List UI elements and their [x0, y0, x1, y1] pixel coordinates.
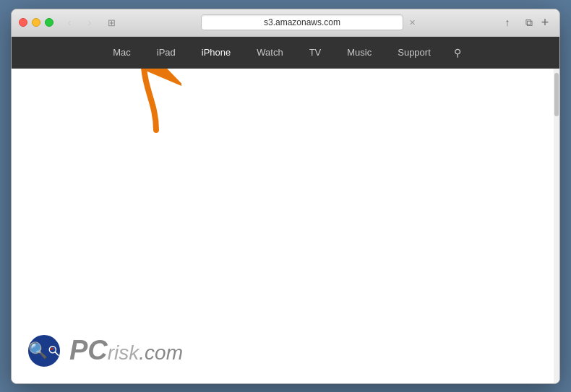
pcrisk-pc: PC: [69, 335, 108, 366]
new-tab-icon: +: [541, 15, 549, 30]
minimize-button[interactable]: [32, 18, 40, 27]
pcrisk-text-container: PC risk .com: [69, 335, 183, 366]
address-bar-container: s3.amazonaws.com ✕: [126, 14, 493, 30]
browser-window: ‹ › ⊞ s3.amazonaws.com ✕ ↑ ⧉: [11, 9, 560, 384]
address-clear-button[interactable]: ✕: [406, 17, 418, 28]
svg-point-5: [53, 348, 54, 349]
forward-button[interactable]: ›: [81, 15, 98, 30]
nav-item-tv[interactable]: TV: [296, 37, 335, 69]
url-text: s3.amazonaws.com: [264, 17, 340, 27]
nav-item-mac[interactable]: Mac: [100, 37, 144, 69]
reader-icon: ⊞: [108, 17, 116, 28]
nav-item-iphone[interactable]: iPhone: [189, 37, 244, 69]
nav-item-watch[interactable]: Watch: [244, 37, 296, 69]
clear-icon: ✕: [409, 18, 416, 27]
traffic-lights: [19, 18, 53, 27]
nav-search-button[interactable]: ⚲: [444, 37, 471, 69]
search-icon: ⚲: [454, 47, 461, 58]
pcrisk-dotcom: .com: [139, 341, 183, 365]
nav-item-music[interactable]: Music: [334, 37, 385, 69]
back-button[interactable]: ‹: [61, 15, 78, 30]
pcrisk-watermark: PC risk .com: [26, 333, 183, 369]
new-tab-button[interactable]: +: [538, 15, 552, 30]
annotation-arrow: [124, 69, 181, 136]
maximize-button[interactable]: [45, 18, 53, 27]
nav-item-support[interactable]: Support: [385, 37, 444, 69]
nav-item-ipad[interactable]: iPad: [144, 37, 189, 69]
close-button[interactable]: [19, 18, 27, 27]
scrollbar[interactable]: [554, 69, 559, 383]
address-bar[interactable]: s3.amazonaws.com: [201, 14, 403, 30]
share-button[interactable]: ↑: [499, 15, 516, 30]
title-bar: ‹ › ⊞ s3.amazonaws.com ✕ ↑ ⧉: [12, 9, 559, 37]
scrollbar-thumb[interactable]: [554, 73, 559, 116]
toolbar-right: ↑ ⧉: [499, 15, 538, 30]
svg-point-4: [51, 347, 53, 349]
apple-nav: Mac iPad iPhone Watch TV Music Support ⚲: [12, 37, 559, 69]
duplicate-button[interactable]: ⧉: [520, 15, 538, 30]
svg-line-3: [55, 352, 59, 355]
nav-buttons: ‹ ›: [61, 15, 98, 30]
pcrisk-risk: risk: [108, 341, 139, 365]
duplicate-icon: ⧉: [525, 17, 533, 29]
pcrisk-logo-icon: [26, 333, 62, 369]
page-content: PC risk .com: [12, 69, 559, 383]
share-icon: ↑: [505, 17, 510, 28]
back-icon: ‹: [68, 17, 72, 28]
forward-icon: ›: [88, 17, 92, 28]
reader-button[interactable]: ⊞: [103, 15, 120, 30]
